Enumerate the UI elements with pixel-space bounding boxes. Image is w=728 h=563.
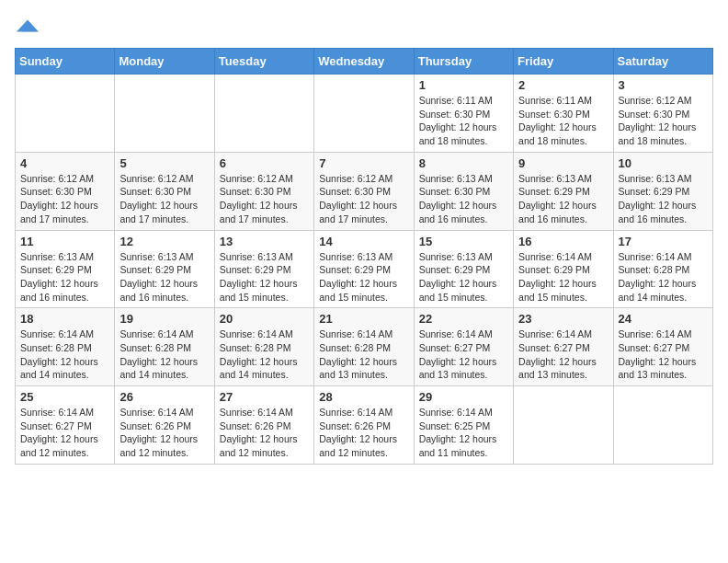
day-number: 15 bbox=[419, 235, 508, 248]
day-number: 18 bbox=[20, 312, 109, 326]
day-info: Sunrise: 6:14 AM Sunset: 6:28 PM Dayligh… bbox=[319, 327, 408, 382]
calendar-cell: 7Sunrise: 6:12 AM Sunset: 6:30 PM Daylig… bbox=[314, 152, 414, 230]
header bbox=[15, 15, 713, 37]
day-number: 12 bbox=[119, 235, 209, 248]
calendar-cell: 25Sunrise: 6:14 AM Sunset: 6:27 PM Dayli… bbox=[16, 386, 115, 465]
day-number: 27 bbox=[220, 390, 309, 404]
calendar-cell: 1Sunrise: 6:11 AM Sunset: 6:30 PM Daylig… bbox=[414, 75, 513, 153]
day-number: 25 bbox=[20, 390, 109, 404]
calendar-cell: 22Sunrise: 6:14 AM Sunset: 6:27 PM Dayli… bbox=[414, 308, 513, 386]
calendar-cell: 18Sunrise: 6:14 AM Sunset: 6:28 PM Dayli… bbox=[16, 308, 115, 386]
calendar-cell: 2Sunrise: 6:11 AM Sunset: 6:30 PM Daylig… bbox=[514, 75, 613, 153]
calendar-cell: 23Sunrise: 6:14 AM Sunset: 6:27 PM Dayli… bbox=[514, 308, 613, 386]
calendar-cell: 15Sunrise: 6:13 AM Sunset: 6:29 PM Dayli… bbox=[414, 230, 513, 308]
day-number: 9 bbox=[518, 156, 608, 170]
day-number: 24 bbox=[619, 312, 708, 326]
day-info: Sunrise: 6:14 AM Sunset: 6:29 PM Dayligh… bbox=[518, 250, 608, 304]
day-info: Sunrise: 6:12 AM Sunset: 6:30 PM Dayligh… bbox=[119, 172, 209, 226]
calendar-cell bbox=[514, 386, 613, 465]
day-info: Sunrise: 6:14 AM Sunset: 6:27 PM Dayligh… bbox=[20, 406, 109, 460]
calendar-cell: 11Sunrise: 6:13 AM Sunset: 6:29 PM Dayli… bbox=[16, 230, 115, 308]
calendar-header-thursday: Thursday bbox=[414, 49, 513, 75]
calendar-cell: 20Sunrise: 6:14 AM Sunset: 6:28 PM Dayli… bbox=[214, 308, 313, 386]
calendar-cell: 16Sunrise: 6:14 AM Sunset: 6:29 PM Dayli… bbox=[514, 230, 613, 308]
calendar-cell: 19Sunrise: 6:14 AM Sunset: 6:28 PM Dayli… bbox=[115, 308, 214, 386]
day-number: 29 bbox=[419, 390, 508, 404]
calendar-header-wednesday: Wednesday bbox=[314, 49, 414, 75]
calendar-cell: 8Sunrise: 6:13 AM Sunset: 6:30 PM Daylig… bbox=[414, 152, 513, 230]
calendar-cell bbox=[314, 75, 414, 153]
calendar-table: SundayMondayTuesdayWednesdayThursdayFrid… bbox=[15, 48, 713, 465]
day-info: Sunrise: 6:12 AM Sunset: 6:30 PM Dayligh… bbox=[20, 172, 109, 226]
calendar-cell: 28Sunrise: 6:14 AM Sunset: 6:26 PM Dayli… bbox=[314, 386, 414, 465]
day-number: 20 bbox=[220, 312, 309, 326]
calendar-cell: 6Sunrise: 6:12 AM Sunset: 6:30 PM Daylig… bbox=[214, 152, 313, 230]
day-number: 14 bbox=[319, 235, 408, 248]
logo bbox=[15, 15, 39, 37]
calendar-cell: 12Sunrise: 6:13 AM Sunset: 6:29 PM Dayli… bbox=[115, 230, 214, 308]
day-info: Sunrise: 6:14 AM Sunset: 6:27 PM Dayligh… bbox=[518, 327, 608, 382]
day-number: 16 bbox=[518, 235, 608, 248]
logo-icon bbox=[17, 15, 39, 37]
day-number: 11 bbox=[20, 235, 109, 248]
day-info: Sunrise: 6:13 AM Sunset: 6:29 PM Dayligh… bbox=[119, 250, 209, 304]
day-info: Sunrise: 6:14 AM Sunset: 6:27 PM Dayligh… bbox=[619, 327, 708, 382]
day-number: 7 bbox=[319, 156, 408, 170]
day-info: Sunrise: 6:14 AM Sunset: 6:28 PM Dayligh… bbox=[119, 327, 209, 382]
day-info: Sunrise: 6:13 AM Sunset: 6:29 PM Dayligh… bbox=[619, 172, 708, 226]
calendar-header-row: SundayMondayTuesdayWednesdayThursdayFrid… bbox=[16, 49, 713, 75]
calendar-cell bbox=[613, 386, 712, 465]
calendar-cell: 26Sunrise: 6:14 AM Sunset: 6:26 PM Dayli… bbox=[115, 386, 214, 465]
calendar-week-row: 1Sunrise: 6:11 AM Sunset: 6:30 PM Daylig… bbox=[16, 75, 713, 153]
day-number: 1 bbox=[419, 78, 508, 92]
day-number: 19 bbox=[119, 312, 209, 326]
calendar-header-sunday: Sunday bbox=[16, 49, 115, 75]
calendar-week-row: 4Sunrise: 6:12 AM Sunset: 6:30 PM Daylig… bbox=[16, 152, 713, 230]
day-number: 28 bbox=[319, 390, 408, 404]
day-info: Sunrise: 6:13 AM Sunset: 6:29 PM Dayligh… bbox=[319, 250, 408, 304]
calendar-cell bbox=[115, 75, 214, 153]
day-info: Sunrise: 6:14 AM Sunset: 6:26 PM Dayligh… bbox=[220, 406, 309, 460]
day-info: Sunrise: 6:12 AM Sunset: 6:30 PM Dayligh… bbox=[319, 172, 408, 226]
calendar-header-tuesday: Tuesday bbox=[214, 49, 313, 75]
day-info: Sunrise: 6:11 AM Sunset: 6:30 PM Dayligh… bbox=[518, 94, 608, 148]
calendar-cell: 3Sunrise: 6:12 AM Sunset: 6:30 PM Daylig… bbox=[613, 75, 712, 153]
day-number: 26 bbox=[119, 390, 209, 404]
day-number: 13 bbox=[220, 235, 309, 248]
day-info: Sunrise: 6:11 AM Sunset: 6:30 PM Dayligh… bbox=[419, 94, 508, 148]
calendar-week-row: 11Sunrise: 6:13 AM Sunset: 6:29 PM Dayli… bbox=[16, 230, 713, 308]
day-number: 17 bbox=[619, 235, 708, 248]
day-info: Sunrise: 6:14 AM Sunset: 6:25 PM Dayligh… bbox=[419, 406, 508, 460]
day-number: 5 bbox=[119, 156, 209, 170]
calendar-week-row: 25Sunrise: 6:14 AM Sunset: 6:27 PM Dayli… bbox=[16, 386, 713, 465]
day-number: 21 bbox=[319, 312, 408, 326]
calendar-header-friday: Friday bbox=[514, 49, 613, 75]
day-info: Sunrise: 6:14 AM Sunset: 6:28 PM Dayligh… bbox=[20, 327, 109, 382]
day-info: Sunrise: 6:12 AM Sunset: 6:30 PM Dayligh… bbox=[619, 94, 708, 148]
calendar-cell: 4Sunrise: 6:12 AM Sunset: 6:30 PM Daylig… bbox=[16, 152, 115, 230]
calendar-cell: 24Sunrise: 6:14 AM Sunset: 6:27 PM Dayli… bbox=[613, 308, 712, 386]
day-number: 8 bbox=[419, 156, 508, 170]
day-info: Sunrise: 6:13 AM Sunset: 6:29 PM Dayligh… bbox=[419, 250, 508, 304]
calendar-header-saturday: Saturday bbox=[613, 49, 712, 75]
day-number: 6 bbox=[220, 156, 309, 170]
calendar-cell: 5Sunrise: 6:12 AM Sunset: 6:30 PM Daylig… bbox=[115, 152, 214, 230]
calendar-cell bbox=[16, 75, 115, 153]
day-info: Sunrise: 6:14 AM Sunset: 6:28 PM Dayligh… bbox=[619, 250, 708, 304]
day-number: 22 bbox=[419, 312, 508, 326]
day-number: 10 bbox=[619, 156, 708, 170]
calendar-cell: 14Sunrise: 6:13 AM Sunset: 6:29 PM Dayli… bbox=[314, 230, 414, 308]
day-number: 3 bbox=[619, 78, 708, 92]
calendar-cell: 21Sunrise: 6:14 AM Sunset: 6:28 PM Dayli… bbox=[314, 308, 414, 386]
calendar-cell: 27Sunrise: 6:14 AM Sunset: 6:26 PM Dayli… bbox=[214, 386, 313, 465]
day-info: Sunrise: 6:14 AM Sunset: 6:26 PM Dayligh… bbox=[119, 406, 209, 460]
day-info: Sunrise: 6:14 AM Sunset: 6:26 PM Dayligh… bbox=[319, 406, 408, 460]
calendar-week-row: 18Sunrise: 6:14 AM Sunset: 6:28 PM Dayli… bbox=[16, 308, 713, 386]
calendar-cell: 9Sunrise: 6:13 AM Sunset: 6:29 PM Daylig… bbox=[514, 152, 613, 230]
day-info: Sunrise: 6:13 AM Sunset: 6:29 PM Dayligh… bbox=[518, 172, 608, 226]
day-info: Sunrise: 6:13 AM Sunset: 6:30 PM Dayligh… bbox=[419, 172, 508, 226]
day-number: 2 bbox=[518, 78, 608, 92]
calendar-cell: 29Sunrise: 6:14 AM Sunset: 6:25 PM Dayli… bbox=[414, 386, 513, 465]
day-info: Sunrise: 6:13 AM Sunset: 6:29 PM Dayligh… bbox=[220, 250, 309, 304]
calendar-cell: 10Sunrise: 6:13 AM Sunset: 6:29 PM Dayli… bbox=[613, 152, 712, 230]
